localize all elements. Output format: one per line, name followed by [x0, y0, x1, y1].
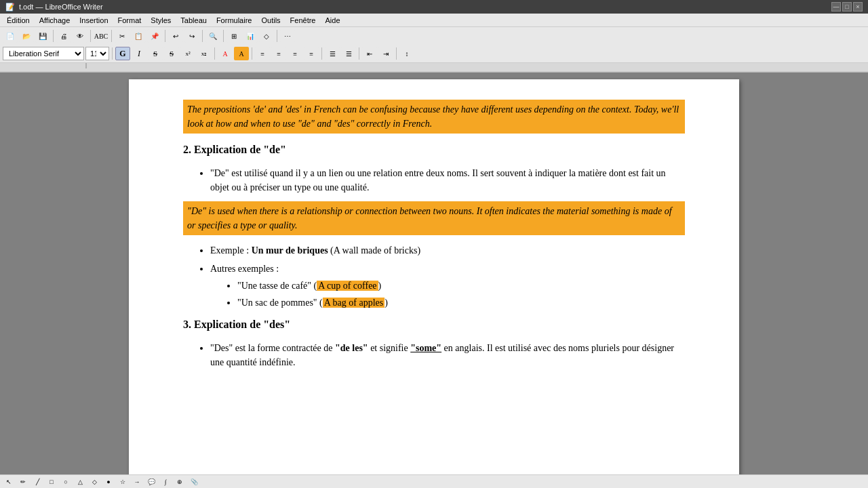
de-highlight-block: "De" is used when there is a relationshi… [183, 201, 685, 235]
bullet-item-1: "De" est utilisé quand il y a un lien ou… [210, 166, 685, 195]
section2-bullet-list: "De" est utilisé quand il y a un lien ou… [210, 166, 685, 195]
undo-button[interactable]: ↩ [168, 29, 183, 43]
sep8 [112, 47, 113, 60]
ex1-suffix: ) [378, 281, 382, 291]
italic-button[interactable]: I [132, 47, 146, 60]
sep2 [90, 30, 91, 42]
ex2-suffix: ) [384, 298, 388, 308]
exemple-label: Exemple : [210, 245, 249, 256]
intro-highlight-block: The prepositions 'de' and 'des' in Frenc… [183, 100, 685, 134]
title-bar: 📝 t.odt — LibreOffice Writer — □ × [0, 0, 868, 14]
preview-button[interactable]: 👁 [73, 29, 87, 43]
copy-button[interactable]: 📋 [131, 29, 146, 43]
menu-bar: Édition Affichage Insertion Format Style… [0, 14, 868, 27]
shapes-button[interactable]: ◇ [259, 29, 274, 43]
ex2-prefix: "Un sac de pommes" ( [237, 298, 323, 308]
window-title: t.odt — LibreOffice Writer [19, 3, 103, 11]
svg-rect-0 [0, 63, 868, 73]
section3-heading: 3. Explication de "des" [183, 317, 685, 333]
bottom-toolbar: ↖ ✏ ╱ □ ○ △ ◇ ● ☆ → 💬 ∫ ⊕ 📎 [0, 474, 868, 475]
bullet3-bold1: "de les" [335, 343, 368, 353]
spellcheck-button[interactable]: ABC [94, 29, 108, 43]
align-left-button[interactable]: ≡ [255, 47, 270, 60]
autres-label: Autres exemples : [210, 264, 279, 274]
cut-button[interactable]: ✂ [115, 29, 130, 43]
autres-item: Autres exemples : "Une tasse de café" (A… [210, 262, 685, 310]
title-bar-controls[interactable]: — □ × [831, 2, 863, 12]
document-area[interactable]: The prepositions 'de' and 'des' in Frenc… [0, 73, 868, 475]
sep10 [252, 47, 252, 60]
ruler-marks [0, 63, 868, 72]
find-button[interactable]: 🔍 [205, 29, 220, 43]
ex2-highlight: A bag of apples [323, 298, 384, 308]
indent-less-button[interactable]: ⇤ [362, 47, 377, 60]
close-button[interactable]: × [853, 2, 863, 12]
align-justify-button[interactable]: ≡ [304, 47, 319, 60]
exemple-item: Exemple : Un mur de briques (A wall made… [210, 243, 685, 258]
sub-bullet-list: "Une tasse de café" (A cup of coffee) "U… [237, 279, 685, 310]
sep1 [53, 30, 54, 42]
sub-item-1: "Une tasse de café" (A cup of coffee) [237, 279, 685, 293]
menu-affichage[interactable]: Affichage [35, 15, 75, 26]
maximize-button[interactable]: □ [842, 2, 852, 12]
bullet-list-button[interactable]: ☰ [325, 47, 340, 60]
menu-aide[interactable]: Aide [321, 15, 344, 26]
menu-edition[interactable]: Édition [3, 15, 34, 26]
sep4 [165, 30, 165, 42]
font-color-button[interactable]: A [218, 47, 233, 60]
sep3 [111, 30, 112, 42]
highlight-button[interactable]: A [234, 47, 249, 60]
exemple-bold: Un mur de briques [252, 245, 328, 256]
bullet3-bold2: "some" [410, 343, 441, 353]
menu-tableau[interactable]: Tableau [176, 15, 211, 26]
align-right-button[interactable]: ≡ [288, 47, 302, 60]
sep6 [223, 30, 224, 42]
font-name-select[interactable]: Liberation Serif [3, 47, 84, 60]
exemple-rest: (A wall made of bricks) [330, 245, 420, 256]
section3-bullet-list: "Des" est la forme contractée de "de les… [210, 341, 685, 369]
app-icon: 📝 [5, 3, 15, 12]
chart-button[interactable]: 📊 [243, 29, 258, 43]
exemple-bullet-list: Exemple : Un mur de briques (A wall made… [210, 243, 685, 310]
bullet3-mid: et signifie [368, 343, 411, 353]
open-button[interactable]: 📂 [19, 29, 34, 43]
font-size-select[interactable]: 11pt [85, 47, 109, 60]
ex1-prefix: "Une tasse de café" ( [237, 281, 317, 291]
minimize-button[interactable]: — [831, 2, 841, 12]
menu-styles[interactable]: Styles [146, 15, 175, 26]
line-spacing-button[interactable]: ↕ [399, 47, 414, 60]
standard-toolbar: 📄 📂 💾 🖨 👁 ABC ✂ 📋 📌 ↩ ↪ 🔍 ⊞ 📊 ◇ ⋯ [0, 27, 868, 45]
menu-formulaire[interactable]: Formulaire [212, 15, 256, 26]
menu-insertion[interactable]: Insertion [75, 15, 112, 26]
ruler [0, 63, 868, 73]
new-button[interactable]: 📄 [3, 29, 18, 43]
menu-fenetre[interactable]: Fenêtre [286, 15, 320, 26]
sub-button[interactable]: x₂ [197, 47, 212, 60]
save-button[interactable]: 💾 [35, 29, 50, 43]
menu-outils[interactable]: Outils [257, 15, 284, 26]
bold-button[interactable]: G [115, 47, 130, 60]
section2-heading: 2. Explication de "de" [183, 142, 685, 158]
sep7 [277, 30, 277, 42]
title-bar-left: 📝 t.odt — LibreOffice Writer [5, 3, 103, 12]
redo-button[interactable]: ↪ [184, 29, 199, 43]
strike2-button[interactable]: S [164, 47, 179, 60]
num-list-button[interactable]: ☰ [341, 47, 356, 60]
sep13 [396, 47, 397, 60]
toolbar-area: 📄 📂 💾 🖨 👁 ABC ✂ 📋 📌 ↩ ↪ 🔍 ⊞ 📊 ◇ ⋯ Libera… [0, 27, 868, 63]
paste-button[interactable]: 📌 [147, 29, 162, 43]
formatting-toolbar: Liberation Serif 11pt G I S S x² x₂ A A … [0, 45, 868, 62]
ex1-highlight: A cup of coffee [317, 281, 378, 291]
sub-item-2: "Un sac de pommes" (A bag of apples) [237, 296, 685, 310]
more-button[interactable]: ⋯ [280, 29, 295, 43]
strike-button[interactable]: S [148, 47, 163, 60]
super-button[interactable]: x² [180, 47, 195, 60]
indent-more-button[interactable]: ⇥ [378, 47, 393, 60]
sep5 [202, 30, 203, 42]
print-button[interactable]: 🖨 [56, 29, 71, 43]
menu-format[interactable]: Format [114, 15, 146, 26]
sep12 [359, 47, 359, 60]
sep11 [321, 47, 322, 60]
align-center-button[interactable]: ≡ [271, 47, 286, 60]
table-button[interactable]: ⊞ [226, 29, 241, 43]
